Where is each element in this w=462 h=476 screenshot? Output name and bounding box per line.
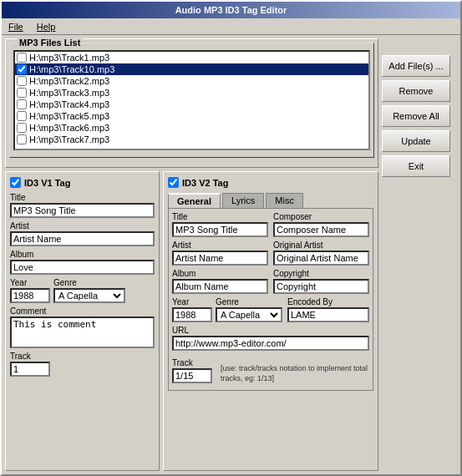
remove-all-button[interactable]: Remove All [382, 105, 450, 127]
list-item[interactable]: H:\mp3\Track1.mp3 [15, 52, 368, 63]
menu-bar: File Help [2, 18, 460, 35]
id3v2-title-col: Title [172, 212, 268, 241]
id3v2-track-row: Track [use: track/tracks notation to imp… [172, 354, 369, 383]
list-item[interactable]: H:\mp3\Track5.mp3 [15, 110, 368, 122]
id3v2-row1: Title Composer [172, 212, 369, 241]
id3v2-album-col: Album [172, 269, 268, 297]
id3v2-tabs: General Lyrics Misc [168, 193, 373, 208]
main-content: MP3 Files List H:\mp3\Track1.mp3H:\mp3\T… [2, 35, 460, 474]
id3v2-track-help: [use: track/tracks notation to implement… [221, 354, 369, 383]
tab-misc[interactable]: Misc [266, 193, 303, 208]
id3v2-panel: ID3 V2 Tag General Lyrics Misc Ti [163, 171, 378, 471]
id3v2-artist-input[interactable] [172, 251, 268, 266]
id3v1-artist-label: Artist [10, 221, 155, 230]
id3v1-year-input[interactable] [10, 288, 50, 303]
id3v1-comment-input[interactable] [10, 316, 155, 348]
id3v1-track-field: Track [10, 352, 155, 377]
right-panel: Add File(s) ... Remove Remove All Update… [382, 38, 457, 471]
id3v2-year-input[interactable] [172, 307, 212, 322]
remove-button[interactable]: Remove [382, 80, 450, 102]
id3v2-composer-label: Composer [273, 212, 369, 221]
id3v2-genre-select[interactable]: A CapellaRockPopJazzClassicalBluesCountr… [216, 307, 282, 322]
list-item[interactable]: H:\mp3\Track6.mp3 [15, 122, 368, 134]
id3v1-title-input[interactable] [10, 203, 155, 218]
id3v2-genre-label: Genre [216, 297, 282, 306]
id3v2-artist-label: Artist [172, 241, 268, 250]
window-title: Audio MP3 ID3 Tag Editor [175, 5, 287, 15]
id3v2-year-genre-row: Year Genre A CapellaRockPopJazzClassical… [172, 297, 282, 322]
update-button[interactable]: Update [382, 130, 450, 152]
id3v2-row3: Album Copyright [172, 269, 369, 297]
id3v1-album-input[interactable] [10, 260, 155, 275]
id3v2-checkbox[interactable] [168, 177, 179, 188]
add-files-button[interactable]: Add File(s) ... [382, 55, 450, 77]
id3v1-title: ID3 V1 Tag [24, 178, 70, 188]
tab-lyrics[interactable]: Lyrics [222, 193, 264, 208]
files-group-label: MP3 Files List [17, 38, 83, 48]
id3v2-year-genre-group: Year Genre A CapellaRockPopJazzClassical… [172, 297, 282, 326]
id3v1-genre-select[interactable]: A CapellaRockPopJazzClassicalBluesCountr… [53, 288, 125, 303]
id3v2-encoded-by-label: Encoded By [287, 297, 369, 306]
id3v2-title-row: ID3 V2 Tag [168, 177, 373, 188]
id3v1-comment-label: Comment [10, 306, 155, 316]
id3v1-genre-group: Genre A CapellaRockPopJazzClassicalBlues… [53, 278, 125, 303]
id3v1-title-label: Title [10, 193, 155, 202]
files-list[interactable]: H:\mp3\Track1.mp3H:\mp3\Track10.mp3H:\mp… [13, 50, 370, 150]
bottom-panels: ID3 V1 Tag Title Artist Album [5, 171, 378, 471]
id3v2-url-label: URL [172, 326, 369, 335]
id3v1-album-field: Album [10, 250, 155, 275]
id3v1-year-group: Year [10, 278, 50, 303]
left-panel: MP3 Files List H:\mp3\Track1.mp3H:\mp3\T… [5, 38, 378, 471]
tab-general[interactable]: General [168, 193, 221, 208]
id3v2-original-artist-label: Original Artist [273, 241, 369, 250]
exit-button[interactable]: Exit [382, 155, 450, 177]
id3v2-year-label: Year [172, 297, 212, 306]
id3v2-album-input[interactable] [172, 279, 268, 294]
list-item[interactable]: H:\mp3\Track10.mp3 [15, 63, 368, 75]
id3v2-title-input[interactable] [172, 222, 268, 237]
list-item[interactable]: H:\mp3\Track7.mp3 [15, 134, 368, 145]
id3v2-row2: Artist Original Artist [172, 241, 369, 269]
id3v2-album-field: Album [172, 269, 268, 294]
id3v2-encoded-by-col: Encoded By [287, 297, 369, 326]
id3v1-genre-label: Genre [53, 278, 125, 287]
id3v2-encoded-by-field: Encoded By [287, 297, 369, 322]
id3v2-url-input[interactable] [172, 336, 369, 351]
id3v2-track-input[interactable] [172, 368, 212, 383]
id3v2-title-label: Title [172, 212, 268, 221]
id3v1-track-input[interactable] [10, 362, 50, 377]
menu-help[interactable]: Help [33, 21, 59, 33]
id3v2-url-field: URL [172, 326, 369, 351]
id3v2-copyright-input[interactable] [273, 279, 369, 294]
id3v1-year-genre-row: Year Genre A CapellaRockPopJazzClassical… [10, 278, 155, 303]
title-bar: Audio MP3 ID3 Tag Editor [2, 2, 460, 18]
id3v2-artist-field: Artist [172, 241, 268, 266]
id3v1-title-field: Title [10, 193, 155, 218]
id3v2-copyright-col: Copyright [273, 269, 369, 297]
id3v2-album-label: Album [172, 269, 268, 278]
id3v1-year-label: Year [10, 278, 50, 287]
id3v2-copyright-field: Copyright [273, 269, 369, 294]
id3v2-title: ID3 V2 Tag [182, 178, 228, 188]
id3v1-track-label: Track [10, 352, 155, 361]
id3v2-composer-input[interactable] [273, 222, 369, 237]
id3v2-copyright-label: Copyright [273, 269, 369, 278]
id3v2-original-artist-field: Original Artist [273, 241, 369, 266]
id3v2-tab-content: Title Composer [168, 208, 373, 391]
id3v1-checkbox[interactable] [10, 177, 21, 188]
list-item[interactable]: H:\mp3\Track3.mp3 [15, 87, 368, 99]
menu-file[interactable]: File [5, 21, 27, 33]
id3v2-composer-field: Composer [273, 212, 369, 237]
id3v2-genre-group: Genre A CapellaRockPopJazzClassicalBlues… [216, 297, 282, 322]
id3v1-album-label: Album [10, 250, 155, 259]
list-item[interactable]: H:\mp3\Track2.mp3 [15, 75, 368, 87]
id3v2-encoded-by-input[interactable] [287, 307, 369, 322]
id3v2-title-field: Title [172, 212, 268, 237]
id3v2-composer-col: Composer [273, 212, 369, 241]
id3v1-panel: ID3 V1 Tag Title Artist Album [5, 171, 160, 471]
id3v1-artist-input[interactable] [10, 231, 155, 246]
list-item[interactable]: H:\mp3\Track4.mp3 [15, 99, 368, 110]
id3v2-original-artist-input[interactable] [273, 251, 369, 266]
files-group: MP3 Files List H:\mp3\Track1.mp3H:\mp3\T… [5, 38, 378, 168]
id3v1-comment-field: Comment [10, 306, 155, 348]
